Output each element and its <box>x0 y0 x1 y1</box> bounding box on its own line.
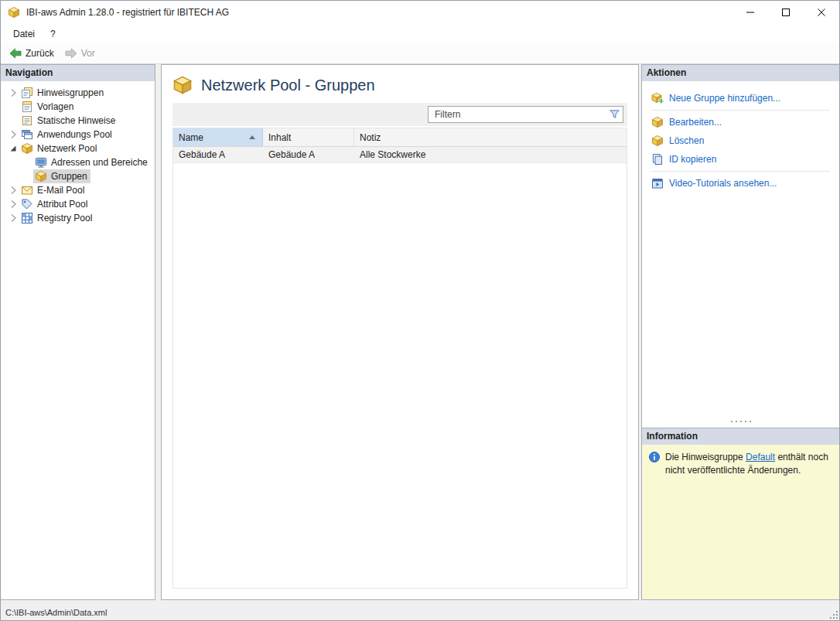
sidebar-item-vorlagen[interactable]: Vorlagen <box>1 100 155 114</box>
menubar: Datei ? <box>1 24 839 43</box>
column-header-label: Inhalt <box>268 132 291 143</box>
video-tutorials-action[interactable]: Video-Tutorials ansehen... <box>651 174 830 193</box>
minimize-button[interactable] <box>732 1 768 24</box>
sidebar-item-attribut-pool[interactable]: Attribut Pool <box>1 197 155 211</box>
chevron-placeholder <box>21 156 33 169</box>
sidebar-item-label: E-Mail Pool <box>37 185 84 196</box>
sidebar-item-label: Statische Hinweise <box>37 115 115 126</box>
network-pool-cube-icon-large <box>172 75 193 95</box>
filter-bar <box>172 103 627 126</box>
column-header-name[interactable]: Name <box>173 128 263 146</box>
information-body: Die Hinweisgruppe Default enthält noch n… <box>642 445 839 599</box>
toolbar: Zurück Vor <box>1 43 839 64</box>
chevron-right-icon[interactable] <box>7 87 19 99</box>
column-header-inhalt[interactable]: Inhalt <box>263 128 354 146</box>
filter-input[interactable] <box>428 106 623 123</box>
table-row[interactable]: Gebäude A Gebäude A Alle Stockwerke <box>173 147 627 163</box>
chevron-down-icon[interactable] <box>7 142 19 155</box>
edit-action[interactable]: Bearbeiten... <box>651 113 830 131</box>
registry-grid-icon <box>21 212 33 224</box>
sidebar-item-netzwerk-pool[interactable]: Netzwerk Pool <box>1 142 155 155</box>
action-label: Video-Tutorials ansehen... <box>669 178 777 189</box>
sidebar-item-registry-pool[interactable]: Registry Pool <box>1 211 155 225</box>
navigation-panel-header: Navigation <box>1 65 155 81</box>
main-body: Name Inhalt Notiz Gebäude A Gebäude A <box>172 103 627 589</box>
main-header: Netzwerk Pool - Gruppen <box>162 65 638 103</box>
chevron-right-icon[interactable] <box>7 184 19 196</box>
sort-ascending-icon <box>249 135 255 139</box>
forward-button-label: Vor <box>81 48 95 59</box>
right-column: Aktionen Neue Gruppe hinzufügen... Bearb… <box>641 64 839 600</box>
static-note-icon <box>21 114 33 127</box>
action-label: ID kopieren <box>669 154 716 165</box>
column-header-label: Name <box>179 132 203 143</box>
statusbar: C:\IBI-aws\Admin\Data.xml <box>1 605 839 620</box>
menu-help[interactable]: ? <box>43 26 63 43</box>
chevron-placeholder <box>7 114 19 127</box>
cell-name: Gebäude A <box>173 149 263 160</box>
main-panel: Netzwerk Pool - Gruppen Name <box>161 64 639 600</box>
back-button-label: Zurück <box>26 48 54 59</box>
delete-cube-icon <box>651 135 664 147</box>
sidebar-item-email-pool[interactable]: E-Mail Pool <box>1 183 155 197</box>
close-button[interactable] <box>804 1 839 24</box>
sidebar-item-label: Anwendungs Pool <box>37 129 112 140</box>
chevron-placeholder <box>7 101 19 113</box>
app-window: IBI-aws Admin 1.28.0 - registriert für I… <box>0 0 840 621</box>
filter-funnel-icon[interactable] <box>609 108 620 120</box>
back-arrow-icon <box>9 47 22 60</box>
chevron-right-icon[interactable] <box>7 198 19 210</box>
edit-cube-icon <box>651 116 664 128</box>
envelope-icon <box>21 184 33 196</box>
template-note-icon <box>21 101 33 113</box>
menu-datei[interactable]: Datei <box>5 26 43 43</box>
filter-box <box>428 106 623 123</box>
network-pool-cube-icon <box>21 142 33 155</box>
sidebar-item-hinweisgruppen[interactable]: Hinweisgruppen <box>1 86 155 100</box>
video-icon <box>651 177 664 189</box>
groups-cube-icon <box>35 170 47 183</box>
resize-grip[interactable] <box>828 609 838 619</box>
delete-action[interactable]: Löschen <box>651 131 830 150</box>
sidebar-item-gruppen[interactable]: Gruppen <box>1 169 155 183</box>
sidebar-item-statische-hinweise[interactable]: Statische Hinweise <box>1 114 155 128</box>
notes-stack-icon <box>21 87 33 99</box>
panel-splitter-grip[interactable] <box>729 417 753 426</box>
grip-dots-icon <box>729 420 753 423</box>
actions-panel-header: Aktionen <box>642 65 839 81</box>
sidebar-item-label: Registry Pool <box>37 213 92 223</box>
info-icon <box>648 451 661 463</box>
back-button[interactable]: Zurück <box>4 45 60 62</box>
add-group-action[interactable]: Neue Gruppe hinzufügen... <box>651 89 830 107</box>
chevron-right-icon[interactable] <box>7 128 19 141</box>
new-group-cube-plus-icon <box>651 92 664 104</box>
default-group-link[interactable]: Default <box>746 452 775 462</box>
sidebar-item-adressen-und-bereiche[interactable]: Adressen und Bereiche <box>1 155 155 169</box>
groups-list: Name Inhalt Notiz Gebäude A Gebäude A <box>172 128 627 589</box>
action-label: Bearbeiten... <box>669 117 722 128</box>
sidebar-item-anwendungs-pool[interactable]: Anwendungs Pool <box>1 128 155 142</box>
information-panel-header: Information <box>642 428 839 445</box>
attribute-tag-icon <box>21 198 33 210</box>
cell-inhalt: Gebäude A <box>263 149 354 160</box>
actions-body: Neue Gruppe hinzufügen... Bearbeiten... … <box>642 81 839 428</box>
minimize-icon <box>746 9 754 16</box>
separator <box>651 171 830 172</box>
forward-button[interactable]: Vor <box>60 45 101 62</box>
chevron-right-icon[interactable] <box>7 212 19 224</box>
separator <box>651 110 830 111</box>
copy-icon <box>651 153 664 165</box>
table-header-row: Name Inhalt Notiz <box>173 128 627 147</box>
sidebar-item-label: Adressen und Bereiche <box>51 157 148 168</box>
sidebar-item-label: Hinweisgruppen <box>37 87 104 98</box>
cell-notiz: Alle Stockwerke <box>354 149 627 160</box>
info-text-before: Die Hinweisgruppe <box>665 452 746 462</box>
titlebar: IBI-aws Admin 1.28.0 - registriert für I… <box>1 1 839 24</box>
copy-id-action[interactable]: ID kopieren <box>651 150 830 169</box>
sidebar-item-label: Gruppen <box>51 171 87 182</box>
navigation-tree: Hinweisgruppen Vorlagen Statische Hinwei… <box>1 81 155 225</box>
content-area: Navigation Hinweisgruppen Vorlagen Stati… <box>1 64 839 605</box>
column-header-notiz[interactable]: Notiz <box>354 128 627 146</box>
window-title: IBI-aws Admin 1.28.0 - registriert für I… <box>26 7 732 18</box>
maximize-button[interactable] <box>768 1 804 24</box>
